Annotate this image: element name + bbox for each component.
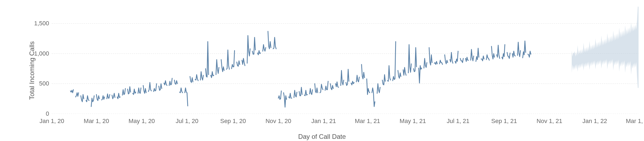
y-tick-label: 1,000 (34, 50, 49, 57)
forecast-confidence-band (572, 7, 639, 88)
x-tick-label: Jul 1, 21 (447, 118, 469, 125)
x-tick-label: Sep 1, 20 (220, 118, 246, 125)
x-tick-label: Sep 1, 21 (491, 118, 517, 125)
x-tick-label: Nov 1, 21 (536, 118, 562, 125)
y-tick-label: 500 (39, 80, 49, 87)
y-tick-label: 0 (46, 110, 49, 117)
x-tick-label: Jan 1, 22 (582, 118, 607, 125)
x-tick-label: May 1, 21 (399, 118, 426, 125)
x-tick-label: Mar 1, 20 (84, 118, 109, 125)
x-tick-label: Jan 1, 21 (311, 118, 336, 125)
x-tick-label: Mar 1, 22 (626, 118, 644, 125)
x-tick-label: Jul 1, 20 (176, 118, 198, 125)
x-axis-title: Day of Call Date (298, 133, 346, 140)
x-tick-label: May 1, 20 (129, 118, 155, 125)
x-tick-label: Nov 1, 20 (266, 118, 291, 125)
plot-area: 05001,0001,500Jan 1, 20Mar 1, 20May 1, 2… (52, 5, 639, 114)
y-tick-label: 1,500 (34, 20, 49, 27)
calls-line (70, 31, 531, 107)
x-tick-label: Mar 1, 21 (355, 118, 380, 125)
chart-container: Total Incoming Calls 05001,0001,500Jan 1… (0, 0, 644, 141)
plot-svg (52, 5, 639, 114)
x-tick-label: Jan 1, 20 (40, 118, 64, 125)
